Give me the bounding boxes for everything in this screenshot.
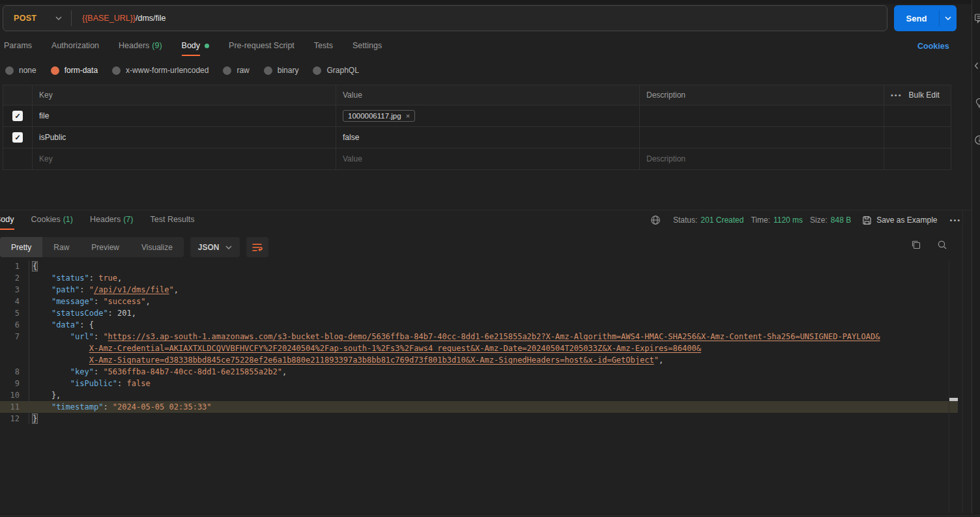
- url-path: /dms/file: [136, 14, 166, 23]
- json-link[interactable]: X-Amz-Credential=AKIAXTXLDCQVVBFHVCFY%2F…: [89, 344, 701, 353]
- cookies-link[interactable]: Cookies: [917, 42, 949, 51]
- method-selector[interactable]: POST: [3, 6, 71, 31]
- code-token: [33, 297, 51, 306]
- code-token: :: [117, 379, 126, 388]
- line-number: [0, 354, 20, 366]
- row-checkbox[interactable]: [12, 132, 23, 143]
- comments-icon[interactable]: [974, 13, 980, 23]
- bulk-edit-button[interactable]: Bulk Edit: [909, 91, 940, 100]
- code-token: [33, 367, 70, 376]
- headers-count: (9): [152, 41, 162, 50]
- mode-graphql[interactable]: GraphQL: [313, 66, 358, 75]
- code-gutter: [20, 296, 29, 307]
- code-token: [33, 356, 89, 365]
- send-button[interactable]: Send: [894, 5, 957, 31]
- description-input[interactable]: [639, 127, 884, 148]
- view-tab-preview[interactable]: Preview: [80, 237, 130, 257]
- search-response-button[interactable]: [937, 240, 947, 250]
- tab-headers[interactable]: Headers(9): [119, 37, 162, 56]
- code-token: "key": [70, 367, 94, 376]
- key-input[interactable]: file: [32, 105, 336, 126]
- url-input[interactable]: {{BASE_URL}}/dms/file: [72, 14, 166, 23]
- value-cell[interactable]: 1000006117.jpg×: [336, 105, 639, 126]
- divider: [962, 210, 963, 513]
- json-link[interactable]: /api/v1/dms/file: [94, 285, 169, 294]
- view-tab-raw[interactable]: Raw: [42, 237, 80, 257]
- code-gutter: [20, 272, 29, 284]
- save-as-example-button[interactable]: Save as Example: [862, 216, 937, 225]
- key-input-placeholder[interactable]: Key: [32, 148, 336, 169]
- response-more-icon[interactable]: •••: [950, 217, 962, 224]
- view-tab-visualize[interactable]: Visualize: [130, 237, 184, 257]
- send-options-chevron-icon[interactable]: [940, 5, 957, 31]
- value-input[interactable]: false: [336, 127, 639, 148]
- response-code: 1{2 "status": true,3 "path": "/api/v1/dm…: [0, 260, 958, 425]
- header-value: Value: [336, 85, 639, 105]
- code-gutter: [20, 331, 29, 342]
- description-input[interactable]: [639, 105, 884, 126]
- mode-none[interactable]: none: [5, 66, 36, 75]
- lightbulb-icon[interactable]: [974, 98, 980, 108]
- table-placeholder-row: Key Value Description: [3, 148, 951, 169]
- description-input-placeholder[interactable]: Description: [639, 148, 884, 169]
- code-token: {: [33, 262, 37, 271]
- row-checkbox[interactable]: [12, 111, 23, 121]
- code-token: "data": [51, 320, 79, 329]
- tab-settings[interactable]: Settings: [353, 37, 382, 56]
- code-snippet-icon[interactable]: [974, 61, 980, 71]
- tab-authorization[interactable]: Authorization: [51, 37, 99, 56]
- code-line: 4 "message": "success",: [0, 296, 958, 307]
- code-token: ": [169, 285, 174, 294]
- table-more-icon[interactable]: •••: [891, 92, 902, 99]
- wrap-lines-button[interactable]: [246, 237, 268, 257]
- code-token: "success": [103, 297, 145, 306]
- remove-file-icon[interactable]: ×: [406, 112, 410, 120]
- info-icon[interactable]: [974, 135, 980, 145]
- size-badge[interactable]: Size: 848 B: [810, 216, 851, 225]
- mode-binary[interactable]: binary: [264, 66, 299, 75]
- request-url-bar: POST {{BASE_URL}}/dms/file: [3, 5, 887, 31]
- code-token: ,: [117, 273, 122, 283]
- tab-pre-request-script[interactable]: Pre-request Script: [229, 37, 295, 56]
- line-number: 2: [0, 272, 20, 284]
- code-token: [33, 285, 51, 294]
- response-tab-headers[interactable]: Headers(7): [90, 211, 134, 230]
- mode-form-data[interactable]: form-data: [51, 66, 98, 75]
- code-token: ,: [659, 356, 663, 365]
- code-token: ,: [174, 285, 179, 294]
- network-globe-icon[interactable]: [650, 215, 661, 225]
- code-token: },: [33, 391, 61, 400]
- line-number: 9: [0, 378, 20, 389]
- mode-raw[interactable]: raw: [223, 66, 249, 75]
- key-input[interactable]: isPublic: [32, 127, 336, 148]
- response-tab-body[interactable]: Body: [0, 211, 14, 230]
- code-line: 7 "url": "https://s3.ap-south-1.amazonaw…: [0, 331, 958, 342]
- view-tab-pretty[interactable]: Pretty: [0, 237, 42, 257]
- scrollbar-thumb[interactable]: [949, 398, 958, 401]
- tab-tests[interactable]: Tests: [314, 37, 333, 56]
- time-badge[interactable]: Time: 1120 ms: [751, 216, 803, 225]
- code-token: false: [127, 379, 151, 388]
- json-link[interactable]: X-Amz-Signature=d38338bbd845ce75228ef2e6…: [89, 356, 654, 365]
- method-label: POST: [14, 14, 36, 23]
- table-row: isPublic false: [3, 127, 951, 148]
- format-selector[interactable]: JSON: [190, 237, 240, 257]
- header-bulk-cell: ••• Bulk Edit: [884, 85, 951, 105]
- mode-x-www-form-urlencoded[interactable]: x-www-form-urlencoded: [112, 66, 209, 75]
- response-tab-test-results[interactable]: Test Results: [150, 211, 194, 230]
- response-tab-cookies[interactable]: Cookies(1): [31, 211, 73, 230]
- header-description: Description: [639, 85, 884, 105]
- cookies-count: (1): [63, 215, 73, 224]
- request-tabs: Params Authorization Headers(9) Body Pre…: [4, 38, 382, 56]
- status-badge[interactable]: Status: 201 Created: [673, 216, 743, 225]
- code-token: ": [103, 332, 108, 341]
- json-link[interactable]: https://s3.ap-south-1.amazonaws.com/s3-b…: [108, 332, 880, 341]
- code-token: [33, 402, 51, 412]
- copy-response-button[interactable]: [911, 240, 921, 250]
- line-number: 6: [0, 319, 20, 331]
- tab-params[interactable]: Params: [4, 37, 32, 56]
- value-input-placeholder[interactable]: Value: [336, 148, 639, 169]
- body-mode-selector: none form-data x-www-form-urlencoded raw…: [5, 63, 359, 77]
- tab-body[interactable]: Body: [182, 37, 210, 56]
- code-token: [33, 332, 70, 341]
